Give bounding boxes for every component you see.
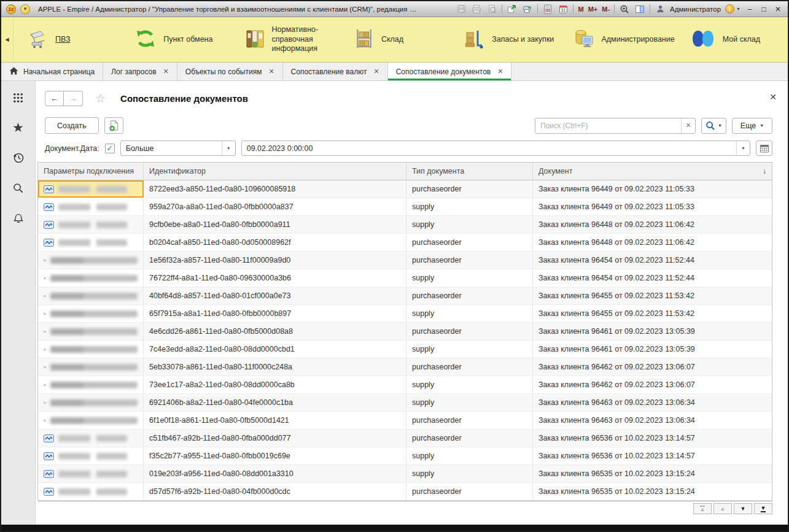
identifier-cell[interactable]: 65f7915a-a8a1-11ed-0a80-0fbb0000b897 — [144, 305, 406, 322]
table-row[interactable]: 7c4e3edd-a8a2-11ed-0a80-08dd0000cbd1 sup… — [38, 341, 772, 358]
section-moysklad[interactable]: Мой склад — [678, 17, 788, 62]
document-cell[interactable]: Заказ клиента 96536 от 10.02.2023 13:14:… — [533, 430, 772, 447]
identifier-cell[interactable]: 019e203f-a956-11ed-0a80-08dd001a3310 — [144, 465, 406, 482]
doctype-cell[interactable]: purchaseorder — [406, 358, 533, 376]
doctype-cell[interactable]: supply — [406, 376, 533, 393]
info-button[interactable]: i▼ — [725, 4, 740, 13]
table-row[interactable]: c51fb467-a92b-11ed-0a80-0fba000dd077 pur… — [38, 430, 772, 447]
clear-search-icon[interactable]: ✕ — [681, 118, 695, 133]
doctype-cell[interactable]: supply — [406, 305, 533, 322]
document-cell[interactable]: Заказ клиента 96461 от 09.02.2023 13:05:… — [533, 323, 772, 340]
section-warehouse[interactable]: Склад — [342, 17, 451, 62]
identifier-cell[interactable]: 6921406b-a8a2-11ed-0a80-04fe0000c1ba — [144, 394, 406, 411]
tab-request-log[interactable]: Лог запросов ✕ — [103, 63, 177, 80]
table-row[interactable]: 76722ff4-a8a1-11ed-0a80-09630000a3b6 sup… — [38, 269, 772, 287]
calculator-icon[interactable] — [542, 4, 553, 15]
scroll-up-button[interactable]: ▲ — [713, 503, 732, 514]
tab-currency-matching[interactable]: Сопоставление валют ✕ — [283, 63, 388, 80]
doctype-cell[interactable]: supply — [406, 341, 533, 358]
connection-cell[interactable] — [38, 252, 144, 269]
close-tab-icon[interactable]: ✕ — [163, 67, 169, 75]
search-button[interactable]: ▼ — [701, 118, 726, 134]
date-picker-button[interactable] — [756, 141, 772, 156]
document-cell[interactable]: Заказ клиента 96449 от 09.02.2023 11:05:… — [533, 180, 772, 198]
identifier-cell[interactable]: 40bf64d8-a857-11ed-0a80-01cf000a0e73 — [144, 287, 406, 304]
connection-cell[interactable] — [38, 305, 144, 322]
connection-cell[interactable] — [38, 198, 144, 215]
menu-grid-icon[interactable] — [12, 91, 25, 104]
search-icon[interactable] — [12, 181, 25, 195]
table-row[interactable]: 6f1e0f18-a861-11ed-0a80-0fb5000d1421 pur… — [38, 412, 772, 430]
zoom-icon[interactable] — [619, 4, 630, 15]
scroll-down-button[interactable]: ▼ — [734, 503, 752, 514]
connection-cell[interactable] — [38, 376, 144, 393]
column-header-connection[interactable]: Параметры подключения — [38, 163, 144, 180]
section-pvz[interactable]: ПВЗ — [14, 17, 123, 62]
connection-cell[interactable] — [38, 412, 144, 429]
add-favorite-star-icon[interactable]: ☆ — [95, 91, 106, 106]
memory-m-plus-button[interactable]: M+ — [588, 6, 598, 13]
connection-cell[interactable] — [38, 234, 144, 251]
section-exchange-point[interactable]: Пункт обмена — [123, 17, 232, 62]
connection-cell[interactable] — [38, 447, 144, 465]
back-button[interactable]: ← — [45, 91, 64, 106]
document-cell[interactable]: Заказ клиента 96536 от 10.02.2023 13:14:… — [533, 447, 772, 465]
current-user-label[interactable]: Администратор — [670, 6, 721, 13]
maximize-button[interactable]: □ — [759, 5, 769, 13]
identifier-cell[interactable]: 73ee1c17-a8a2-11ed-0a80-08dd0000ca8b — [144, 376, 406, 393]
table-row[interactable]: 8722eed3-a850-11ed-0a80-109600085918 pur… — [38, 180, 772, 198]
document-cell[interactable]: Заказ клиента 96455 от 09.02.2023 11:53:… — [533, 305, 772, 322]
date-filter-field[interactable]: 09.02.2023 0:00:00 ▼ — [241, 141, 750, 156]
scroll-to-bottom-button[interactable]: ▼ — [754, 503, 772, 514]
connection-cell[interactable] — [38, 483, 144, 500]
more-button[interactable]: Еще▼ — [732, 118, 772, 134]
print-icon[interactable] — [471, 4, 482, 15]
table-row[interactable]: 5eb33078-a861-11ed-0a80-11f0000c248a pur… — [38, 358, 772, 376]
column-header-document[interactable]: Документ↓ — [533, 163, 772, 180]
connection-cell[interactable] — [38, 341, 144, 358]
table-row[interactable]: d57d57f6-a92b-11ed-0a80-04fb000d0cdc pur… — [38, 483, 772, 501]
split-view-icon[interactable] — [634, 4, 645, 15]
get-link-icon[interactable] — [522, 4, 533, 15]
doctype-cell[interactable]: supply — [406, 198, 533, 215]
identifier-cell[interactable]: 4e6cdd26-a861-11ed-0a80-0fb5000d08a8 — [144, 323, 406, 340]
identifier-cell[interactable]: 5eb33078-a861-11ed-0a80-11f0000c248a — [144, 358, 406, 376]
close-button[interactable]: ✕ — [773, 5, 783, 13]
connection-cell[interactable] — [38, 216, 144, 233]
document-cell[interactable]: Заказ клиента 96448 от 09.02.2023 11:06:… — [533, 234, 772, 251]
table-row[interactable]: 019e203f-a956-11ed-0a80-08dd001a3310 sup… — [38, 465, 772, 483]
document-cell[interactable]: Заказ клиента 96449 от 09.02.2023 11:05:… — [533, 198, 772, 215]
connection-cell[interactable] — [38, 323, 144, 340]
save-icon[interactable] — [456, 4, 467, 15]
table-row[interactable]: 6921406b-a8a2-11ed-0a80-04fe0000c1ba sup… — [38, 394, 772, 412]
table-row[interactable]: f35c2b77-a955-11ed-0a80-0fbb0019c69e sup… — [38, 447, 772, 465]
section-stock-purchases[interactable]: Запасы и закупки — [451, 17, 561, 62]
doctype-cell[interactable]: purchaseorder — [406, 287, 533, 304]
doctype-cell[interactable]: purchaseorder — [406, 252, 533, 269]
connection-cell[interactable] — [38, 465, 144, 482]
memory-m-minus-button[interactable]: M- — [602, 6, 610, 13]
document-cell[interactable]: Заказ клиента 96448 от 09.02.2023 11:06:… — [533, 216, 772, 233]
identifier-cell[interactable]: 6f1e0f18-a861-11ed-0a80-0fb5000d1421 — [144, 412, 406, 429]
identifier-cell[interactable]: b0204caf-a850-11ed-0a80-0d050008962f — [144, 234, 406, 251]
search-input[interactable] — [535, 118, 681, 133]
connection-cell[interactable] — [38, 358, 144, 376]
doctype-cell[interactable]: supply — [406, 447, 533, 465]
identifier-cell[interactable]: f35c2b77-a955-11ed-0a80-0fbb0019c69e — [144, 447, 406, 465]
open-link-icon[interactable] — [507, 4, 518, 15]
table-row[interactable]: 9cfb0ebe-a8a0-11ed-0a80-0fbb0000a911 sup… — [38, 216, 772, 234]
tab-objects-by-events[interactable]: Объекты по событиям ✕ — [177, 63, 283, 80]
column-header-identifier[interactable]: Идентификатор — [144, 163, 406, 180]
create-button[interactable]: Создать — [45, 117, 99, 134]
minimize-button[interactable]: – — [745, 5, 755, 13]
close-form-icon[interactable]: ✕ — [769, 92, 777, 102]
doctype-cell[interactable]: purchaseorder — [406, 180, 533, 198]
history-icon[interactable] — [12, 151, 25, 164]
identifier-cell[interactable]: d57d57f6-a92b-11ed-0a80-04fb000d0cdc — [144, 483, 406, 500]
document-cell[interactable]: Заказ клиента 96454 от 09.02.2023 11:52:… — [533, 252, 772, 269]
calendar-icon[interactable]: 31 — [558, 4, 569, 15]
document-cell[interactable]: Заказ клиента 96461 от 09.02.2023 13:05:… — [533, 341, 772, 358]
memory-m-button[interactable]: M — [578, 6, 583, 13]
column-header-doctype[interactable]: Тип документа — [406, 163, 533, 180]
close-tab-icon[interactable]: ✕ — [373, 67, 379, 75]
